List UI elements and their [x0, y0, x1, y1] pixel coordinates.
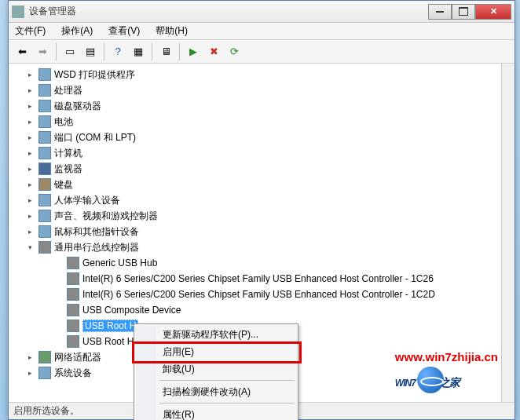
menu-view[interactable]: 查看(V)	[105, 23, 143, 39]
close-button[interactable]	[475, 4, 511, 20]
separator-icon	[104, 43, 104, 60]
scan-hardware-button[interactable]: 🖥	[157, 43, 174, 60]
device-category[interactable]: 鼠标和其他指针设备	[13, 224, 502, 239]
device-label: 处理器	[54, 84, 82, 97]
device-category[interactable]: 监视器	[13, 161, 502, 177]
device-label: USB Root H	[82, 320, 138, 332]
separator-icon	[152, 43, 152, 60]
net-icon	[38, 351, 51, 363]
expand-icon[interactable]	[24, 210, 35, 221]
enable-button[interactable]: ▶	[185, 43, 202, 60]
usb-icon	[67, 335, 79, 348]
device-label: 键盘	[54, 178, 73, 192]
device-category[interactable]: 键盘	[13, 177, 502, 192]
usb-icon	[38, 241, 51, 254]
device-label: Intel(R) 6 Series/C200 Series Chipset Fa…	[82, 289, 435, 300]
device-category[interactable]: 计算机	[13, 145, 502, 161]
device-category[interactable]: 磁盘驱动器	[13, 98, 502, 114]
separator-icon	[179, 43, 180, 60]
device-icon	[38, 367, 51, 379]
expand-icon[interactable]	[24, 116, 35, 127]
menu-item-scan[interactable]: 扫描检测硬件改动(A)	[136, 383, 296, 400]
device-icon	[38, 68, 51, 81]
device-label: 通用串行总线控制器	[54, 241, 139, 254]
context-menu: 更新驱动程序软件(P)... 启用(E) 卸载(U) 扫描检测硬件改动(A) 属…	[134, 323, 298, 420]
expand-icon[interactable]	[24, 367, 35, 378]
usb-icon	[67, 320, 79, 332]
device-category[interactable]: 电池	[13, 114, 502, 130]
expand-icon[interactable]	[24, 148, 35, 159]
status-text: 启用所选设备。	[13, 404, 79, 418]
device-icon	[38, 147, 51, 159]
device-category[interactable]: 端口 (COM 和 LPT)	[13, 130, 502, 145]
device-label: 声音、视频和游戏控制器	[54, 210, 158, 223]
device-item[interactable]: USB Composite Device	[13, 302, 502, 318]
expand-icon[interactable]	[24, 85, 35, 96]
expand-icon[interactable]	[24, 69, 35, 80]
back-button[interactable]: ⬅	[13, 43, 31, 60]
usb-icon	[67, 272, 79, 285]
menu-file[interactable]: 文件(F)	[12, 23, 49, 39]
menu-separator	[159, 380, 295, 381]
forward-button[interactable]: ➡	[34, 43, 51, 60]
minimize-button[interactable]	[428, 4, 452, 20]
expand-icon[interactable]	[24, 195, 35, 206]
expand-icon[interactable]	[24, 163, 35, 174]
expand-icon[interactable]	[24, 132, 35, 143]
device-label: 网络适配器	[54, 351, 101, 364]
device-label: USB Root H	[82, 336, 134, 347]
device-label: 计算机	[54, 147, 82, 160]
window-buttons	[428, 4, 511, 20]
kbd-icon	[38, 178, 51, 191]
device-category[interactable]: 声音、视频和游戏控制器	[13, 208, 502, 224]
device-item[interactable]: Intel(R) 6 Series/C200 Series Chipset Fa…	[13, 271, 502, 287]
expand-icon[interactable]	[24, 179, 35, 190]
help-button[interactable]: ?	[109, 43, 126, 60]
menu-help[interactable]: 帮助(H)	[152, 23, 191, 39]
device-label: 监视器	[54, 163, 82, 176]
titlebar[interactable]: 设备管理器	[9, 1, 515, 23]
expand-icon[interactable]	[24, 226, 35, 237]
device-category[interactable]: 处理器	[13, 82, 502, 98]
device-category[interactable]: 人体学输入设备	[13, 192, 502, 208]
device-icon	[38, 194, 51, 206]
properties-button[interactable]: ▦	[130, 43, 147, 60]
expand-icon[interactable]	[24, 100, 35, 111]
menu-item-properties[interactable]: 属性(R)	[136, 406, 296, 420]
separator-icon	[56, 43, 57, 60]
device-icon	[38, 115, 51, 128]
device-label: 系统设备	[54, 367, 92, 380]
expand-icon[interactable]	[24, 242, 35, 253]
menu-action[interactable]: 操作(A)	[58, 23, 96, 39]
device-icon	[38, 225, 51, 238]
menu-item-uninstall[interactable]: 卸载(U)	[136, 360, 296, 378]
device-item[interactable]: Generic USB Hub	[13, 255, 502, 271]
device-label: Intel(R) 6 Series/C200 Series Chipset Fa…	[82, 273, 434, 284]
detail-button[interactable]: ▤	[82, 43, 99, 60]
usb-icon	[67, 288, 79, 301]
menu-item-update-driver[interactable]: 更新驱动程序软件(P)...	[136, 326, 296, 343]
device-label: 磁盘驱动器	[54, 100, 101, 113]
maximize-button[interactable]	[452, 4, 475, 20]
app-icon	[12, 5, 24, 18]
device-label: 端口 (COM 和 LPT)	[54, 131, 136, 144]
device-item[interactable]: Intel(R) 6 Series/C200 Series Chipset Fa…	[13, 287, 502, 302]
window-title: 设备管理器	[29, 5, 428, 18]
device-category[interactable]: 通用串行总线控制器	[13, 239, 502, 255]
menu-item-enable[interactable]: 启用(E)	[136, 343, 296, 360]
show-hide-tree-button[interactable]: ▭	[61, 43, 79, 60]
toolbar: ⬅ ➡ ▭ ▤ ? ▦ 🖥 ▶ ✖ ⟳	[9, 40, 515, 64]
menubar: 文件(F) 操作(A) 查看(V) 帮助(H)	[9, 23, 515, 40]
uninstall-button[interactable]: ✖	[205, 43, 222, 60]
device-label: 鼠标和其他指针设备	[54, 225, 139, 239]
device-icon	[38, 100, 51, 112]
menu-separator	[159, 403, 295, 404]
device-label: Generic USB Hub	[82, 257, 157, 268]
device-category[interactable]: WSD 打印提供程序	[13, 67, 502, 82]
expand-icon[interactable]	[24, 352, 35, 363]
update-driver-button[interactable]: ⟳	[225, 43, 243, 60]
disp-icon	[38, 163, 51, 175]
device-icon	[38, 210, 51, 222]
device-icon	[38, 84, 51, 97]
device-icon	[38, 131, 51, 144]
